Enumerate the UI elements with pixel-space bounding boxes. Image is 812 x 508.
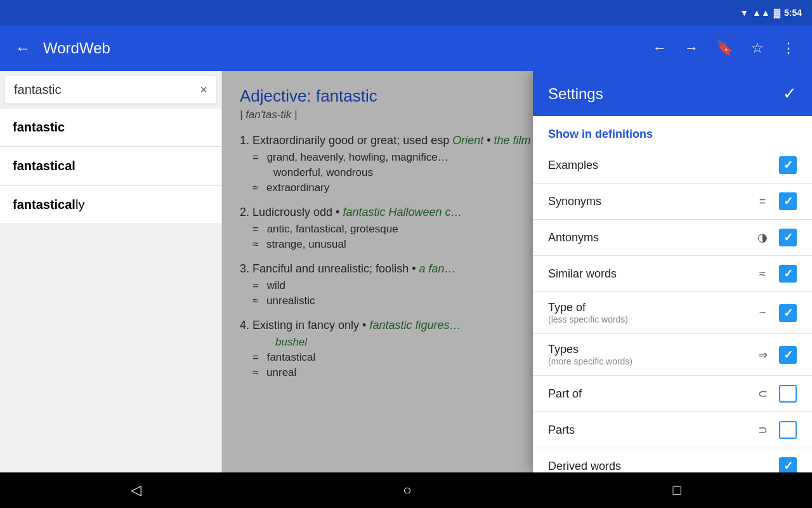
nav-forward-button[interactable]: →	[678, 34, 705, 63]
synonyms-checkbox[interactable]: ✓	[779, 192, 797, 210]
settings-label-similar: Similar words	[548, 267, 746, 281]
suggestion-fantastically[interactable]: fantastically	[0, 186, 221, 224]
settings-item-typeof: Type of (less specific words) ~ ✓	[533, 292, 812, 334]
settings-item-examples: Examples ✓	[533, 147, 812, 184]
settings-sublabel-types: (more specific words)	[548, 356, 746, 366]
app-title: WordWeb	[43, 39, 639, 57]
settings-label-parts: Parts	[548, 424, 746, 437]
bottom-navigation: ◁ ○ □	[0, 472, 812, 508]
synonyms-icon: =	[754, 195, 771, 208]
star-icon[interactable]: ☆	[745, 34, 770, 63]
antonyms-icon: ◑	[754, 231, 771, 244]
settings-label-types: Types	[548, 343, 746, 356]
settings-label-typeof: Type of	[548, 301, 746, 314]
search-input[interactable]	[14, 83, 195, 97]
settings-title: Settings	[548, 85, 603, 103]
sidebar: × fantastic fantastical fantastically	[0, 71, 222, 472]
settings-item-partof: Part of ⊂ ✓	[533, 376, 812, 412]
suggestion-bold: fantastical	[13, 159, 75, 173]
app-back-button[interactable]: ←	[10, 34, 36, 62]
settings-label-derived: Derived words	[548, 460, 746, 473]
bookmark-icon[interactable]: 🔖	[710, 34, 740, 63]
battery-icon: ▓	[774, 8, 780, 18]
nav-back-button[interactable]: ←	[646, 34, 673, 63]
similar-icon: ≈	[754, 267, 771, 281]
settings-item-parts: Parts ⊃ ✓	[533, 412, 812, 448]
main-area: × fantastic fantastical fantastically Ad…	[0, 71, 812, 472]
typeof-icon: ~	[754, 306, 771, 319]
settings-label-examples: Examples	[548, 159, 746, 172]
settings-confirm-button[interactable]: ✓	[783, 84, 797, 104]
signal-icon: ▲▲	[752, 8, 770, 18]
types-checkbox[interactable]: ✓	[779, 346, 797, 364]
nav-recent-button[interactable]: □	[660, 476, 694, 505]
status-bar: ▼ ▲▲ ▓ 5:54	[0, 0, 812, 25]
time: 5:54	[784, 8, 802, 18]
search-clear-button[interactable]: ×	[200, 83, 207, 97]
nav-back-button[interactable]: ◁	[118, 476, 154, 505]
suggestions-list: fantastic fantastical fantastically	[0, 109, 221, 224]
settings-header: Settings ✓	[533, 71, 812, 116]
partof-icon: ⊂	[754, 387, 771, 401]
app-bar: ← WordWeb ← → 🔖 ☆ ⋮	[0, 25, 812, 71]
content-wrapper: Adjective: fantastic | fan'tas-tik | 1. …	[222, 71, 812, 472]
more-icon[interactable]: ⋮	[775, 34, 802, 63]
settings-section-title: Show in definitions	[533, 116, 812, 147]
suggestion-fantastical[interactable]: fantastical	[0, 147, 221, 185]
parts-icon: ⊃	[754, 423, 771, 437]
typeof-checkbox[interactable]: ✓	[779, 304, 797, 322]
search-bar: ×	[5, 76, 216, 104]
derived-checkbox[interactable]: ✓	[779, 457, 797, 472]
settings-item-synonyms: Synonyms = ✓	[533, 184, 812, 220]
suggestion-bold: fantastic	[13, 120, 65, 134]
settings-item-similar: Similar words ≈ ✓	[533, 256, 812, 292]
settings-panel: Settings ✓ Show in definitions Examples …	[533, 71, 812, 472]
settings-label-partof: Part of	[548, 387, 746, 401]
parts-checkbox[interactable]: ✓	[779, 421, 797, 439]
status-icons: ▼ ▲▲ ▓ 5:54	[740, 8, 802, 18]
partof-checkbox[interactable]: ✓	[779, 385, 797, 403]
wifi-icon: ▼	[740, 8, 749, 18]
settings-item-derived: Derived words ✓	[533, 448, 812, 472]
settings-item-antonyms: Antonyms ◑ ✓	[533, 220, 812, 256]
suggestion-fantastic[interactable]: fantastic	[0, 109, 221, 147]
settings-item-types: Types (more specific words) ⇒ ✓	[533, 334, 812, 376]
suggestion-bold: fantastical	[13, 197, 75, 211]
settings-label-antonyms: Antonyms	[548, 231, 746, 244]
antonyms-checkbox[interactable]: ✓	[779, 229, 797, 246]
examples-checkbox[interactable]: ✓	[779, 156, 797, 174]
app-bar-actions: ← → 🔖 ☆ ⋮	[646, 34, 802, 63]
types-icon: ⇒	[754, 348, 771, 362]
suggestion-suffix: ly	[75, 197, 84, 211]
nav-home-button[interactable]: ○	[390, 476, 424, 505]
settings-label-synonyms: Synonyms	[548, 195, 746, 208]
similar-checkbox[interactable]: ✓	[779, 265, 797, 283]
settings-sublabel-typeof: (less specific words)	[548, 314, 746, 324]
